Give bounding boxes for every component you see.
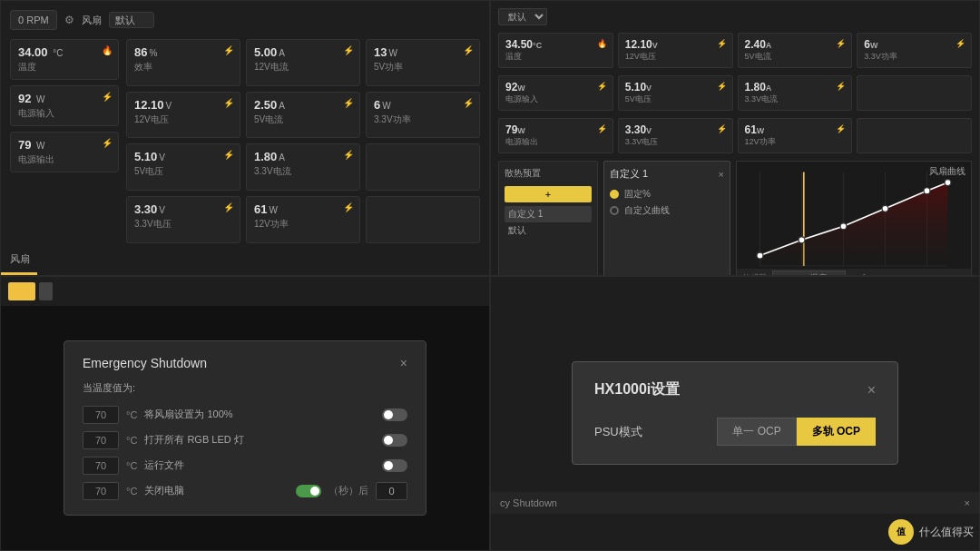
power-in-label: 电源输入 xyxy=(18,107,111,120)
toggle-switch[interactable] xyxy=(382,459,407,472)
action-label: 打开所有 RGB LED 灯 xyxy=(144,433,375,447)
deg-label: °C xyxy=(126,460,137,471)
power-out-label: 电源输出 xyxy=(18,153,111,166)
bg-hint-close[interactable]: × xyxy=(965,497,970,508)
hx-modal-close-button[interactable]: × xyxy=(867,382,876,398)
power-in-icon: ⚡ xyxy=(102,92,113,102)
metric-label: 5V电压 xyxy=(134,165,232,178)
hx-mode-button[interactable]: 单一 OCP xyxy=(717,418,796,446)
metric-icon: ⚡ xyxy=(343,45,354,55)
power-in-value: 92 W xyxy=(18,92,111,105)
toggle-switch[interactable] xyxy=(382,408,407,421)
bg-hint-text: cy Shutdown xyxy=(500,497,557,508)
tr-metric-icon: 🔥 xyxy=(597,39,607,48)
temp-icon: 🔥 xyxy=(102,45,113,55)
toggle-switch[interactable] xyxy=(382,434,407,447)
metric-value: 2.50A xyxy=(254,98,352,112)
modal-overlay: Emergency Shutdown × 当温度值为: °C 将风扇设置为 10… xyxy=(1,306,489,551)
sec-value-input[interactable] xyxy=(376,482,407,500)
metric-card: 1.80A 3.3V电流 ⚡ xyxy=(246,143,360,191)
tr-metric-icon: ⚡ xyxy=(717,39,727,48)
yellow-bar xyxy=(1,272,37,275)
preset-item-label: 默认 xyxy=(508,224,526,237)
tr-metric-icon: ⚡ xyxy=(597,82,607,91)
fan-rpm-value: 0 xyxy=(18,15,24,25)
hx-modal-header: HX1000i设置 × xyxy=(594,380,876,399)
emergency-modal: Emergency Shutdown × 当温度值为: °C 将风扇设置为 10… xyxy=(64,340,426,516)
svg-point-11 xyxy=(757,252,763,259)
gear-icon[interactable]: ⚙ xyxy=(64,14,74,26)
tr-metric-value: 3.30V xyxy=(625,123,726,136)
tr-dropdown[interactable]: 默认 xyxy=(498,8,547,25)
fan-dropdown[interactable]: 默认 xyxy=(109,12,154,28)
tr-metric-value: 1.80A xyxy=(745,81,846,93)
top-right-panel: 默认 34.50°C 温度 🔥 12.10V 12V电压 ⚡ 2.40A 5V电… xyxy=(490,0,980,276)
metric-label: 12V功率 xyxy=(254,218,352,231)
temp-input[interactable] xyxy=(83,431,119,449)
bottom-left-panel: Emergency Shutdown × 当温度值为: °C 将风扇设置为 10… xyxy=(0,276,490,552)
metric-card xyxy=(366,143,480,191)
bl-top-bar xyxy=(1,277,489,306)
preset-edit-close[interactable]: × xyxy=(719,169,724,180)
metric-label: 5V功率 xyxy=(374,61,472,74)
tr-metric-label: 温度 xyxy=(505,51,606,63)
tr-metric-card xyxy=(857,118,972,153)
metric-label: 3.3V电流 xyxy=(254,165,352,178)
preset-edit-title-text: 自定义 1 xyxy=(610,167,648,181)
preset-item[interactable]: 自定义 1 xyxy=(505,206,592,222)
preset-items-list: 自定义 1默认 xyxy=(505,206,592,239)
tr-mid-metrics1: 92W 电源输入 ⚡ 5.10V 5V电压 ⚡ 1.80A 3.3V电流 ⚡ xyxy=(498,75,972,111)
fan-curve-chart: 风扇曲线 30°C 40°C 50°C 60° xyxy=(736,161,972,276)
hx-mode-button[interactable]: 多轨 OCP xyxy=(797,418,876,446)
hx-psu-label: PSU模式 xyxy=(594,424,642,440)
bottom-right-panel: cy Shutdown × HX1000i设置 × PSU模式 单一 OCP多轨… xyxy=(490,276,980,552)
tr-metric-card: 2.40A 5V电流 ⚡ xyxy=(738,33,853,68)
hx-modal-title: HX1000i设置 xyxy=(594,380,680,399)
metric-icon: ⚡ xyxy=(223,45,234,55)
left-metrics-column: 34.00 °C 温度 🔥 92 W 电源输入 ⚡ 79 W 电源输出 xyxy=(10,39,119,243)
presets-panel: 散热预置 + 自定义 1默认 xyxy=(498,161,598,276)
radio-dot xyxy=(610,206,619,215)
hx-settings-modal: HX1000i设置 × PSU模式 单一 OCP多轨 OCP xyxy=(572,361,898,465)
tr-metric-label: 3.3V电流 xyxy=(745,93,846,105)
metric-card: 12.10V 12V电压 ⚡ xyxy=(126,92,240,139)
preset-item-label: 自定义 1 xyxy=(508,208,543,221)
tr-metric-icon: ⚡ xyxy=(836,39,846,48)
metric-value: 13W xyxy=(374,45,472,59)
temp-input[interactable] xyxy=(83,457,119,475)
toggle-on[interactable] xyxy=(296,485,321,497)
hx-buttons-group: 单一 OCP多轨 OCP xyxy=(717,418,876,446)
temp-input[interactable] xyxy=(83,406,119,424)
tr-metric-card: 3.30V 3.3V电压 ⚡ xyxy=(618,118,733,153)
tr-metric-label: 3.3V功率 xyxy=(864,51,965,63)
temp-input[interactable] xyxy=(83,482,119,500)
fan-rpm-display: 0 RPM xyxy=(10,10,57,30)
tr-metric-value: 12.10V xyxy=(625,38,726,51)
tr-metric-card: 6W 3.3V功率 ⚡ xyxy=(857,33,972,68)
modal-rows: °C 将风扇设置为 100% °C 打开所有 RGB LED 灯 °C 运行文件… xyxy=(83,406,407,500)
preset-add-button[interactable]: + xyxy=(505,186,592,202)
metrics-grid: 86% 效率 ⚡ 5.00A 12V电流 ⚡ 13W 5V功率 ⚡ 12.10V… xyxy=(126,39,480,243)
tr-metric-icon: ⚡ xyxy=(717,82,727,91)
svg-point-12 xyxy=(799,237,805,243)
tr-top-row: 默认 xyxy=(498,8,972,25)
preset-radio-item[interactable]: 固定% xyxy=(610,188,724,201)
bottom-fan-label: 风扇 xyxy=(10,252,480,266)
watermark-badge: 值 xyxy=(888,519,914,545)
metric-icon: ⚡ xyxy=(223,202,234,212)
tab-yellow[interactable] xyxy=(8,282,35,300)
metric-label: 3.3V电压 xyxy=(134,218,232,231)
metric-card: 86% 效率 ⚡ xyxy=(126,39,240,86)
tr-metric-label: 电源输出 xyxy=(505,136,606,148)
preset-item[interactable]: 默认 xyxy=(505,222,592,239)
chart-title: 风扇曲线 xyxy=(924,162,971,182)
modal-close-button[interactable]: × xyxy=(400,356,407,370)
preset-radio-item[interactable]: 自定义曲线 xyxy=(610,204,724,217)
tab-gray[interactable] xyxy=(39,282,53,300)
metric-icon: ⚡ xyxy=(343,202,354,212)
modal-row: °C 关闭电脑 （秒）后 xyxy=(83,482,407,500)
svg-point-15 xyxy=(924,188,930,194)
tr-metric-label: 12V功率 xyxy=(745,136,846,148)
watermark-text: 什么值得买 xyxy=(919,525,974,540)
tr-metric-label: 12V电压 xyxy=(625,51,726,63)
